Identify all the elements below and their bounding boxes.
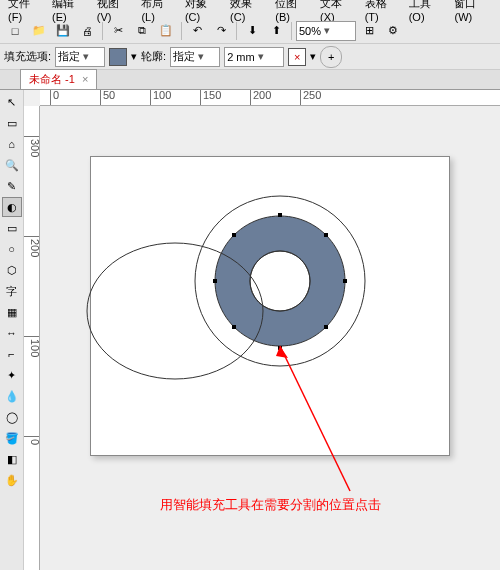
polygon-tool-icon[interactable]: ⬡ xyxy=(2,260,22,280)
rectangle-tool-icon[interactable]: ▭ xyxy=(2,218,22,238)
freehand-tool-icon[interactable]: ✎ xyxy=(2,176,22,196)
zoom-tool-icon[interactable]: 🔍 xyxy=(2,155,22,175)
chevron-down-icon: ▾ xyxy=(80,50,92,63)
svg-rect-5 xyxy=(324,233,328,237)
open-icon[interactable]: 📁 xyxy=(28,20,50,42)
menu-bar: 文件(F) 编辑(E) 视图(V) 布局(L) 对象(C) 效果(C) 位图(B… xyxy=(0,0,500,18)
save-icon[interactable]: 💾 xyxy=(52,20,74,42)
copy-icon[interactable]: ⧉ xyxy=(131,20,153,42)
add-icon[interactable]: + xyxy=(320,46,342,68)
ellipse-tool-icon[interactable]: ○ xyxy=(2,239,22,259)
ruler-vertical: 3002001000 xyxy=(24,106,40,570)
fill-options-label: 填充选项: xyxy=(4,49,51,64)
pick-tool-icon[interactable]: ↖ xyxy=(2,92,22,112)
dimension-tool-icon[interactable]: ↔ xyxy=(2,323,22,343)
chevron-down-icon: ▾ xyxy=(195,50,207,63)
new-icon[interactable]: □ xyxy=(4,20,26,42)
zoom-combo[interactable]: 50% ▾ xyxy=(296,21,356,41)
close-icon[interactable]: × xyxy=(82,73,88,85)
separator xyxy=(236,22,237,40)
redo-icon[interactable]: ↷ xyxy=(210,20,232,42)
chevron-down-icon[interactable]: ▾ xyxy=(310,50,316,63)
zoom-value: 50% xyxy=(299,25,321,37)
separator xyxy=(291,22,292,40)
undo-icon[interactable]: ↶ xyxy=(186,20,208,42)
no-outline-swatch[interactable]: × xyxy=(288,48,306,66)
annotation-arrow xyxy=(280,346,350,491)
crop-tool-icon[interactable]: ⌂ xyxy=(2,134,22,154)
svg-rect-6 xyxy=(232,325,236,329)
outline-label: 轮廓: xyxy=(141,49,166,64)
outline-tool-icon[interactable]: ◯ xyxy=(2,407,22,427)
stroke-width-combo[interactable]: 2 mm▾ xyxy=(224,47,284,67)
chevron-down-icon: ▾ xyxy=(321,24,333,37)
import-icon[interactable]: ⬇ xyxy=(241,20,263,42)
svg-rect-0 xyxy=(278,213,282,217)
eyedropper-tool-icon[interactable]: 💧 xyxy=(2,386,22,406)
connector-tool-icon[interactable]: ⌐ xyxy=(2,344,22,364)
menu-tools[interactable]: 工具(O) xyxy=(405,0,449,24)
property-bar: 填充选项: 指定▾ ▾ 轮廓: 指定▾ 2 mm▾ × ▾ + xyxy=(0,44,500,70)
cut-icon[interactable]: ✂ xyxy=(107,20,129,42)
chevron-down-icon: ▾ xyxy=(255,50,267,63)
annotation-text: 用智能填充工具在需要分割的位置点击 xyxy=(160,496,381,514)
outline-mode-combo[interactable]: 指定▾ xyxy=(170,47,220,67)
smart-fill-tool-icon[interactable]: ◐ xyxy=(2,197,22,217)
svg-rect-4 xyxy=(232,233,236,237)
table-tool-icon[interactable]: ▦ xyxy=(2,302,22,322)
shape-tool-icon[interactable]: ▭ xyxy=(2,113,22,133)
svg-rect-7 xyxy=(324,325,328,329)
interactive-fill-tool-icon[interactable]: ◧ xyxy=(2,449,22,469)
fill-color-swatch[interactable] xyxy=(109,48,127,66)
export-icon[interactable]: ⬆ xyxy=(265,20,287,42)
print-icon[interactable]: 🖨 xyxy=(76,20,98,42)
drawing-stage[interactable]: 用智能填充工具在需要分割的位置点击 xyxy=(40,106,500,570)
chevron-down-icon[interactable]: ▾ xyxy=(131,50,137,63)
effects-tool-icon[interactable]: ✦ xyxy=(2,365,22,385)
document-tabs: 未命名 -1 × xyxy=(0,70,500,90)
ruler-horizontal: 050100150200250 xyxy=(40,90,500,106)
tab-untitled[interactable]: 未命名 -1 × xyxy=(20,69,97,89)
inner-circle xyxy=(250,251,310,311)
options-icon[interactable]: ⚙ xyxy=(382,20,404,42)
snap-icon[interactable]: ⊞ xyxy=(358,20,380,42)
canvas-area: 050100150200250 3002001000 xyxy=(24,90,500,570)
toolbox: ↖ ▭ ⌂ 🔍 ✎ ◐ ▭ ○ ⬡ 字 ▦ ↔ ⌐ ✦ 💧 ◯ 🪣 ◧ ✋ xyxy=(0,90,24,570)
svg-rect-3 xyxy=(343,279,347,283)
fill-mode-combo[interactable]: 指定▾ xyxy=(55,47,105,67)
paste-icon[interactable]: 📋 xyxy=(155,20,177,42)
separator xyxy=(102,22,103,40)
pan-tool-icon[interactable]: ✋ xyxy=(2,470,22,490)
text-tool-icon[interactable]: 字 xyxy=(2,281,22,301)
svg-rect-2 xyxy=(213,279,217,283)
menu-window[interactable]: 窗口(W) xyxy=(450,0,496,24)
separator xyxy=(181,22,182,40)
tab-label: 未命名 -1 xyxy=(29,73,75,85)
fill-tool-icon[interactable]: 🪣 xyxy=(2,428,22,448)
